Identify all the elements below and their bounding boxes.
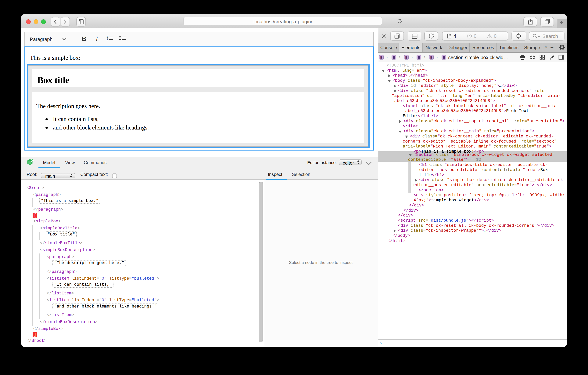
svg-text:5: 5	[32, 159, 33, 162]
